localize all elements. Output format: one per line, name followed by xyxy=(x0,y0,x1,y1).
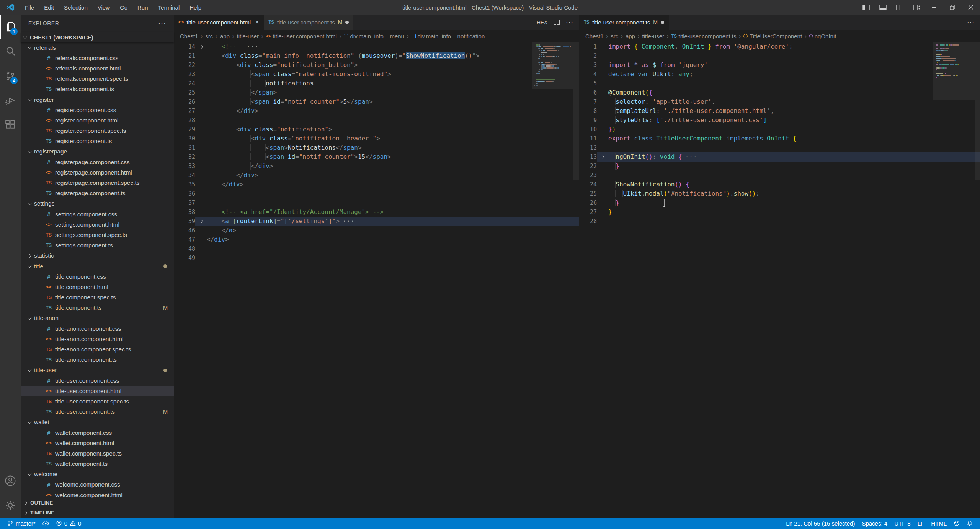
code-line-14[interactable]: 14 <!-- ··· xyxy=(174,42,579,51)
menu-go[interactable]: Go xyxy=(115,0,132,15)
customize-layout-icon[interactable] xyxy=(908,0,925,15)
file-referrals.component.ts[interactable]: TSreferrals.component.ts xyxy=(21,84,174,95)
status-cursor-position[interactable]: Ln 21, Col 55 (16 selected) xyxy=(782,518,858,529)
code-line-10[interactable]: 10}) xyxy=(579,125,980,134)
file-register.component.ts[interactable]: TSregister.component.ts xyxy=(21,136,174,147)
code-line-28[interactable]: 28 xyxy=(579,217,980,226)
breadcrumb-div.main_info__menu[interactable]: div.main_info__menu xyxy=(344,33,404,39)
folder-welcome[interactable]: welcome xyxy=(21,469,174,480)
code-line-38[interactable]: 38 <!-- <a href="/Identity/Account/Manag… xyxy=(174,207,579,217)
breadcrumb-title-user[interactable]: title-user xyxy=(237,33,259,39)
code-line-34[interactable]: 34 </div> xyxy=(174,171,579,180)
activity-run-debug-icon[interactable] xyxy=(0,88,21,113)
status-publish-changes[interactable] xyxy=(39,518,52,529)
menu-selection[interactable]: Selection xyxy=(59,0,93,15)
file-title.component.ts[interactable]: TStitle.component.tsM xyxy=(21,303,174,313)
breadcrumb-title-user.component.ts[interactable]: TStitle-user.component.ts xyxy=(671,33,737,39)
code-line-5[interactable]: 5 xyxy=(579,79,980,88)
code-line-12[interactable]: 12 xyxy=(579,143,980,152)
breadcrumb-TitleUserComponent[interactable]: TitleUserComponent xyxy=(743,33,802,39)
fold-chevron-icon[interactable] xyxy=(199,45,203,49)
code-line-25[interactable]: 25 </span> xyxy=(174,88,579,97)
tab-title-user.component.ts[interactable]: TStitle-user.component.tsM xyxy=(264,15,354,30)
file-title-user.component.ts[interactable]: TStitle-user.component.tsM xyxy=(21,407,174,417)
file-registerpage.component.ts[interactable]: TSregisterpage.component.ts xyxy=(21,188,174,199)
more-actions-icon[interactable]: ··· xyxy=(967,18,975,26)
code-line-23[interactable]: 23 xyxy=(579,171,980,180)
code-line-9[interactable]: 9 styleUrls: ['./title-user.component.cs… xyxy=(579,116,980,125)
code-line-4[interactable]: 4declare var UIkit: any; xyxy=(579,70,980,79)
file-title.component.css[interactable]: #title.component.css xyxy=(21,271,174,282)
minimap[interactable] xyxy=(933,42,975,518)
file-register.component.spec.ts[interactable]: TSregister.component.spec.ts xyxy=(21,126,174,136)
file-title-anon.component.html[interactable]: <>title-anon.component.html xyxy=(21,334,174,344)
activity-explorer-icon[interactable]: 1 xyxy=(0,15,21,39)
file-title-anon.component.spec.ts[interactable]: TStitle-anon.component.spec.ts xyxy=(21,344,174,354)
menu-file[interactable]: File xyxy=(20,0,39,15)
editor-left[interactable]: 14 <!-- ···21 <div class="main_info__not… xyxy=(174,42,579,518)
code-line-47[interactable]: 47</div> xyxy=(174,235,579,244)
folder-settings[interactable]: settings xyxy=(21,199,174,209)
menu-terminal[interactable]: Terminal xyxy=(153,0,185,15)
code-line-6[interactable]: 6@Component({ xyxy=(579,88,980,97)
breadcrumb-src[interactable]: src xyxy=(611,33,618,39)
folder-registerpage[interactable]: registerpage xyxy=(21,147,174,157)
activity-search-icon[interactable] xyxy=(0,39,21,64)
settings-gear-icon[interactable] xyxy=(0,493,21,518)
file-welcome.component.css[interactable]: #welcome.component.css xyxy=(21,480,174,490)
code-line-49[interactable]: 49 xyxy=(174,253,579,263)
breadcrumb-title-user[interactable]: title-user xyxy=(642,33,665,39)
fold-chevron-icon[interactable] xyxy=(601,155,604,159)
status-git-branch[interactable]: master* xyxy=(4,518,39,529)
folder-wallet[interactable]: wallet xyxy=(21,417,174,428)
code-line-7[interactable]: 7 selector: 'app-title-user', xyxy=(579,97,980,106)
code-line-26[interactable]: 26 <span id="notif_counter">5</span> xyxy=(174,97,579,106)
menu-run[interactable]: Run xyxy=(132,0,153,15)
more-actions-icon[interactable]: ··· xyxy=(566,18,573,26)
folder-title-anon[interactable]: title-anon xyxy=(21,313,174,323)
status-language-mode[interactable]: HTML xyxy=(928,518,950,529)
code-line-30[interactable]: 30 <div class="notification__header "> xyxy=(174,134,579,143)
file-registerpage.component.html[interactable]: <>registerpage.component.html xyxy=(21,167,174,178)
file-referrals.component.spec.ts[interactable]: TSreferrals.component.spec.ts xyxy=(21,74,174,84)
file-settings.component.html[interactable]: <>settings.component.html xyxy=(21,219,174,230)
file-title-anon.component.css[interactable]: #title-anon.component.css xyxy=(21,323,174,334)
breadcrumb-Chest1[interactable]: Chest1 xyxy=(180,33,198,39)
file-wallet.component.ts[interactable]: TSwallet.component.ts xyxy=(21,459,174,469)
code-line-24[interactable]: 24 notifications xyxy=(174,79,579,88)
toggle-panel-icon[interactable] xyxy=(874,0,891,15)
code-line-31[interactable]: 31 <span>Notifications</span> xyxy=(174,143,579,152)
code-line-48[interactable]: 48 xyxy=(174,244,579,253)
file-title.component.html[interactable]: <>title.component.html xyxy=(21,282,174,292)
file-settings.component.spec.ts[interactable]: TSsettings.component.spec.ts xyxy=(21,230,174,240)
menu-help[interactable]: Help xyxy=(185,0,206,15)
breadcrumb-app[interactable]: app xyxy=(626,33,635,39)
workspace-root[interactable]: CHEST1 (WORKSPACE) xyxy=(21,32,174,42)
code-line-29[interactable]: 29 <div class="notification"> xyxy=(174,125,579,134)
breadcrumbs-left[interactable]: Chest1›src›app›title-user›<>title-user.c… xyxy=(174,30,579,42)
file-title-user.component.css[interactable]: #title-user.component.css xyxy=(21,376,174,386)
close-icon[interactable]: × xyxy=(255,19,259,26)
code-line-35[interactable]: 35 </div> xyxy=(174,180,579,189)
file-register.component.html[interactable]: <>register.component.html xyxy=(21,115,174,126)
file-referrals.component.css[interactable]: #referrals.component.css xyxy=(21,53,174,63)
file-wallet.component.css[interactable]: #wallet.component.css xyxy=(21,428,174,438)
menu-view[interactable]: View xyxy=(93,0,115,15)
file-register.component.css[interactable]: #register.component.css xyxy=(21,105,174,115)
scrollbar[interactable] xyxy=(573,42,579,180)
code-line-24[interactable]: 24 ShowNotification() { xyxy=(579,180,980,189)
code-line-33[interactable]: 33 </div> xyxy=(174,162,579,171)
file-registerpage.component.css[interactable]: #registerpage.component.css xyxy=(21,157,174,167)
outline-section[interactable]: OUTLINE xyxy=(21,498,174,508)
split-editor-icon[interactable] xyxy=(891,0,908,15)
code-line-21[interactable]: 21 <div class="main_info__notification" … xyxy=(174,51,579,60)
code-line-46[interactable]: 46 </a> xyxy=(174,226,579,235)
file-wallet.component.html[interactable]: <>wallet.component.html xyxy=(21,438,174,448)
code-line-2[interactable]: 2 xyxy=(579,51,980,60)
folder-statistic[interactable]: statistic xyxy=(21,251,174,261)
code-line-36[interactable]: 36 xyxy=(174,189,579,198)
file-title-user.component.html[interactable]: <>title-user.component.html xyxy=(21,386,174,396)
code-line-27[interactable]: 27} xyxy=(579,207,980,217)
code-line-32[interactable]: 32 <span id="notif_counter">15</span> xyxy=(174,152,579,162)
tab-title-user.component.ts[interactable]: TStitle-user.component.tsM xyxy=(579,15,669,30)
